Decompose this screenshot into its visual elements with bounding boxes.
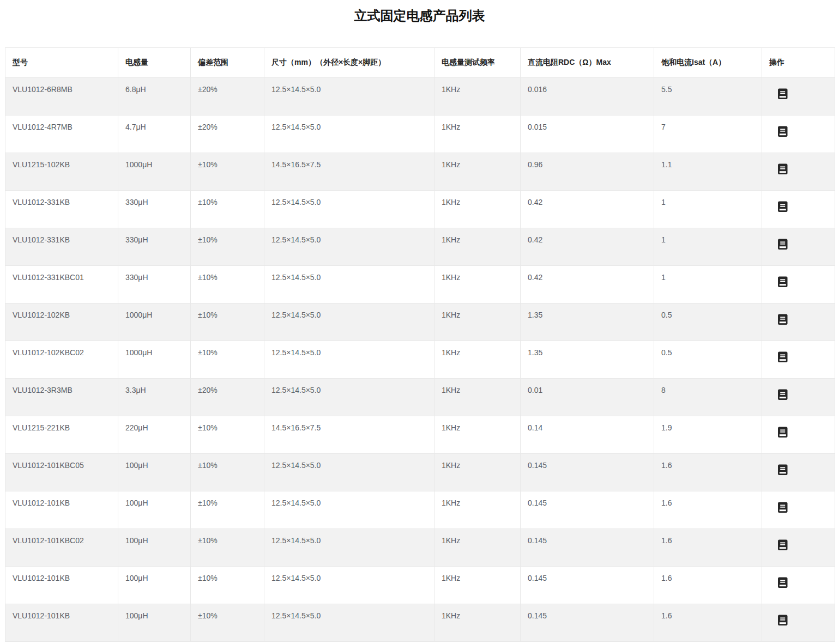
datasheet-book-icon[interactable] xyxy=(777,615,788,626)
cell-tolerance: ±10% xyxy=(191,416,264,454)
cell-inductance: 100μH xyxy=(118,529,191,567)
datasheet-book-icon[interactable] xyxy=(777,539,788,551)
cell-action xyxy=(762,454,835,491)
cell-rdc: 0.015 xyxy=(521,116,654,153)
cell-model: VLU1012-102KB xyxy=(5,303,118,341)
page: 立式固定电感产品列表 型号电感量偏差范围尺寸（mm）（外径×长度×脚距）电感量测… xyxy=(0,8,839,642)
cell-model: VLU1012-101KB xyxy=(5,491,118,529)
cell-action xyxy=(762,116,835,153)
cell-isat: 1.6 xyxy=(654,604,762,642)
table-row: VLU1012-331KBC01330μH±10%12.5×14.5×5.01K… xyxy=(5,266,835,303)
cell-rdc: 0.01 xyxy=(521,379,654,416)
datasheet-book-icon[interactable] xyxy=(777,239,788,250)
datasheet-book-icon[interactable] xyxy=(777,427,788,438)
datasheet-book-icon[interactable] xyxy=(777,502,788,513)
cell-model: VLU1012-101KBC02 xyxy=(5,529,118,567)
column-header-inductance: 电感量 xyxy=(118,48,191,78)
cell-tolerance: ±10% xyxy=(191,303,264,341)
cell-inductance: 100μH xyxy=(118,604,191,642)
cell-rdc: 0.145 xyxy=(521,567,654,604)
cell-model: VLU1012-101KB xyxy=(5,567,118,604)
table-row: VLU1012-3R3MB3.3μH±20%12.5×14.5×5.01KHz0… xyxy=(5,379,835,416)
cell-isat: 1.6 xyxy=(654,567,762,604)
table-row: VLU1012-6R8MB6.8μH±20%12.5×14.5×5.01KHz0… xyxy=(5,78,835,116)
cell-test-frequency: 1KHz xyxy=(434,303,521,341)
table-row: VLU1012-102KB1000μH±10%12.5×14.5×5.01KHz… xyxy=(5,303,835,341)
cell-size: 12.5×14.5×5.0 xyxy=(264,116,434,153)
cell-test-frequency: 1KHz xyxy=(434,191,521,228)
cell-tolerance: ±10% xyxy=(191,491,264,529)
table-body: VLU1012-6R8MB6.8μH±20%12.5×14.5×5.01KHz0… xyxy=(5,78,835,642)
cell-isat: 1.6 xyxy=(654,491,762,529)
cell-test-frequency: 1KHz xyxy=(434,228,521,266)
cell-isat: 0.5 xyxy=(654,341,762,379)
cell-action xyxy=(762,228,835,266)
cell-inductance: 4.7μH xyxy=(118,116,191,153)
cell-action xyxy=(762,303,835,341)
cell-rdc: 0.145 xyxy=(521,529,654,567)
cell-action xyxy=(762,341,835,379)
datasheet-book-icon[interactable] xyxy=(777,464,788,476)
cell-inductance: 330μH xyxy=(118,191,191,228)
datasheet-book-icon[interactable] xyxy=(777,314,788,325)
datasheet-book-icon[interactable] xyxy=(777,88,788,100)
cell-size: 12.5×14.5×5.0 xyxy=(264,303,434,341)
cell-inductance: 330μH xyxy=(118,266,191,303)
table-row: VLU1012-331KB330μH±10%12.5×14.5×5.01KHz0… xyxy=(5,228,835,266)
cell-isat: 5.5 xyxy=(654,78,762,116)
column-header-model: 型号 xyxy=(5,48,118,78)
cell-model: VLU1012-101KB xyxy=(5,604,118,642)
cell-rdc: 0.42 xyxy=(521,266,654,303)
cell-tolerance: ±10% xyxy=(191,191,264,228)
table-row: VLU1012-331KB330μH±10%12.5×14.5×5.01KHz0… xyxy=(5,191,835,228)
cell-action xyxy=(762,153,835,191)
cell-tolerance: ±20% xyxy=(191,116,264,153)
cell-action xyxy=(762,266,835,303)
cell-test-frequency: 1KHz xyxy=(434,116,521,153)
cell-tolerance: ±10% xyxy=(191,341,264,379)
cell-size: 14.5×16.5×7.5 xyxy=(264,416,434,454)
cell-isat: 1.9 xyxy=(654,416,762,454)
cell-test-frequency: 1KHz xyxy=(434,454,521,491)
cell-inductance: 100μH xyxy=(118,491,191,529)
column-header-test-frequency: 电感量测试频率 xyxy=(434,48,521,78)
cell-model: VLU1012-331KB xyxy=(5,228,118,266)
cell-rdc: 1.35 xyxy=(521,303,654,341)
cell-isat: 1.6 xyxy=(654,529,762,567)
cell-inductance: 100μH xyxy=(118,567,191,604)
cell-test-frequency: 1KHz xyxy=(434,604,521,642)
table-row: VLU1012-101KBC02100μH±10%12.5×14.5×5.01K… xyxy=(5,529,835,567)
column-header-tolerance: 偏差范围 xyxy=(191,48,264,78)
table-row: VLU1012-102KBC021000μH±10%12.5×14.5×5.01… xyxy=(5,341,835,379)
datasheet-book-icon[interactable] xyxy=(777,126,788,137)
cell-action xyxy=(762,416,835,454)
cell-test-frequency: 1KHz xyxy=(434,529,521,567)
cell-model: VLU1215-221KB xyxy=(5,416,118,454)
cell-action xyxy=(762,191,835,228)
cell-size: 12.5×14.5×5.0 xyxy=(264,228,434,266)
datasheet-book-icon[interactable] xyxy=(777,276,788,288)
cell-action xyxy=(762,604,835,642)
datasheet-book-icon[interactable] xyxy=(777,389,788,400)
table-row: VLU1012-101KBC05100μH±10%12.5×14.5×5.01K… xyxy=(5,454,835,491)
cell-test-frequency: 1KHz xyxy=(434,266,521,303)
cell-inductance: 100μH xyxy=(118,454,191,491)
datasheet-book-icon[interactable] xyxy=(777,351,788,363)
cell-model: VLU1012-6R8MB xyxy=(5,78,118,116)
cell-rdc: 0.145 xyxy=(521,491,654,529)
cell-size: 12.5×14.5×5.0 xyxy=(264,567,434,604)
datasheet-book-icon[interactable] xyxy=(777,163,788,175)
cell-action xyxy=(762,379,835,416)
cell-test-frequency: 1KHz xyxy=(434,78,521,116)
cell-size: 12.5×14.5×5.0 xyxy=(264,78,434,116)
table-row: VLU1012-101KB100μH±10%12.5×14.5×5.01KHz0… xyxy=(5,491,835,529)
cell-tolerance: ±10% xyxy=(191,529,264,567)
cell-rdc: 0.42 xyxy=(521,191,654,228)
datasheet-book-icon[interactable] xyxy=(777,201,788,212)
cell-model: VLU1012-101KBC05 xyxy=(5,454,118,491)
table-row: VLU1012-4R7MB4.7μH±20%12.5×14.5×5.01KHz0… xyxy=(5,116,835,153)
cell-model: VLU1012-331KB xyxy=(5,191,118,228)
datasheet-book-icon[interactable] xyxy=(777,577,788,588)
table-row: VLU1012-101KB100μH±10%12.5×14.5×5.01KHz0… xyxy=(5,567,835,604)
cell-isat: 0.5 xyxy=(654,303,762,341)
